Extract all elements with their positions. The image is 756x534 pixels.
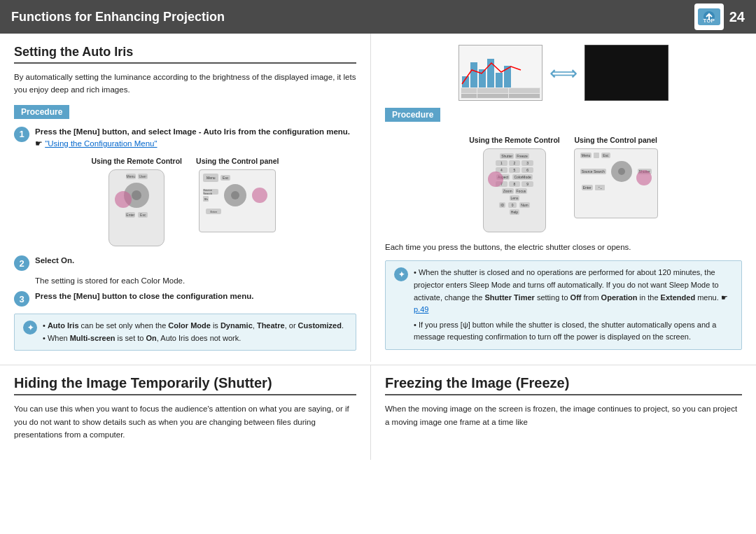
step-3-content: Press the [Menu] button to close the con… (35, 290, 253, 302)
cp-r-dpad (611, 161, 632, 182)
cp-dpad (224, 184, 246, 206)
note-text: • Auto Iris can be set only when the Col… (43, 320, 347, 344)
bottom-right-text: When the moving image on the screen is f… (385, 402, 742, 428)
r2-lens-lbl: Lens (510, 195, 520, 201)
cp-menu-btn: Menu (203, 174, 218, 182)
cp-sh-btn: Sh (203, 196, 209, 202)
procedure-label-right: Procedure (385, 108, 440, 122)
chart-image (458, 45, 542, 101)
user-btn: User (138, 174, 148, 179)
step-2-num: 2 (14, 255, 29, 271)
cp-r-source: Source Search (580, 169, 606, 174)
r2-zoom-lbl: Zoom (502, 188, 514, 194)
r2-n1: 1 (496, 160, 507, 166)
page-header: Functions for Enhancing Projection TOP 2… (0, 0, 756, 34)
r2-id-lbl: ID (499, 202, 505, 208)
step-1-num: 1 (14, 127, 29, 142)
procedure-badge-left: Procedure (14, 105, 356, 126)
procedure-badge-right: Procedure (385, 108, 742, 129)
step-3-num: 3 (14, 291, 29, 307)
cp-r-dpad-c (618, 168, 625, 175)
left-section-title: Setting the Auto Iris (14, 45, 356, 64)
r2-pink-thumb (488, 171, 503, 187)
bottom-right-section: Freezing the Image (Freeze) When the mov… (371, 365, 756, 459)
step-3: 3 Press the [Menu] button to close the c… (14, 290, 356, 307)
cp-r-arrows (594, 153, 599, 158)
right-diagram-row: Using the Remote Control Shutter Freeze … (385, 136, 742, 232)
right-note-text: • When the shutter is closed and no oper… (414, 267, 733, 344)
left-intro-text: By automatically setting the luminance a… (14, 71, 356, 97)
cp-r-menu: Menu (580, 153, 592, 158)
cp-source-btn: Source Search (203, 189, 218, 195)
right-diagram-remote-label: Using the Remote Control (469, 136, 560, 144)
r2-n3: 3 (522, 160, 533, 166)
r2-n6: 6 (522, 167, 533, 173)
step-2-sub: The setting is stored for each Color Mod… (35, 276, 356, 285)
right-note-icon: ✦ (394, 267, 408, 281)
step-1-content: Press the [Menu] button, and select Imag… (35, 126, 356, 150)
diagram-panel-label-left: Using the Control panel (196, 157, 279, 165)
cp-esc-btn: Esc (220, 175, 230, 181)
step-1-link[interactable]: "Using the Configuration Menu" (45, 139, 157, 148)
cp-r-enter: Enter (582, 185, 593, 190)
enter-btn: Enter (125, 212, 135, 218)
bottom-sections: Hiding the Image Temporarily (Shutter) Y… (0, 365, 756, 459)
main-content: Setting the Auto Iris By automatically s… (0, 34, 756, 362)
dpad-center (132, 190, 141, 200)
r2-num-lbl: Num (519, 202, 530, 208)
image-row: ⟺ (385, 45, 742, 101)
black-box (584, 45, 668, 101)
page-number: 24 (729, 9, 745, 25)
r2-n9: 9 (522, 181, 533, 187)
logo-text: TOP (704, 17, 715, 24)
cp-r-pink-thumb (636, 170, 652, 185)
r2-shutter-lbl: Shutter (500, 153, 514, 159)
p49-link[interactable]: p.49 (414, 305, 428, 314)
procedure-label-left: Procedure (14, 105, 69, 119)
double-arrow-icon: ⟺ (550, 62, 578, 85)
cp-pink-thumb (252, 188, 267, 203)
step-1: 1 Press the [Menu] button, and select Im… (14, 126, 356, 150)
cp-dpad-center (231, 191, 239, 199)
diagram-remote-left: Using the Remote Control Menu User Enter… (92, 157, 183, 246)
r2-num-grid: 1 2 3 4 5 6 (496, 160, 533, 173)
diagram-panel-left: Using the Control panel Menu Esc Source … (196, 157, 279, 232)
each-time-text: Each time you press the buttons, the ele… (385, 241, 742, 253)
cp-r-esc: Esc (601, 153, 610, 158)
step-1-diagram-row: Using the Remote Control Menu User Enter… (14, 157, 356, 246)
bottom-left-text: You can use this when you want to focus … (14, 402, 356, 441)
r2-color-lbl: ColorMode (512, 174, 532, 180)
top-logo: TOP (694, 3, 724, 30)
right-diagram-panel: Using the Control panel Menu Esc Source … (574, 136, 658, 218)
remote-control-illustration: Menu User Enter Esc (108, 169, 164, 246)
r2-n2: 2 (509, 160, 521, 166)
header-right: TOP 24 (694, 3, 745, 30)
left-note-box: ✦ • Auto Iris can be set only when the C… (14, 314, 356, 351)
r2-n0: 0 (508, 202, 517, 208)
menu-btn: Menu (126, 174, 136, 179)
step-2-content: Select On. (35, 255, 74, 267)
right-note-box: ✦ • When the shutter is closed and no op… (385, 260, 742, 350)
control-panel-illustration: Menu Esc Source Search Sh (199, 169, 276, 232)
right-remote-control: Shutter Freeze 1 2 3 4 5 6 Aspect ColorM… (483, 148, 546, 232)
bottom-left-section: Hiding the Image Temporarily (Shutter) Y… (0, 365, 371, 459)
right-column: ⟺ Procedure Using the Remote Control Shu… (371, 34, 756, 362)
cp-r-symbol: ⌃⌄ (595, 185, 605, 190)
r2-n8: 8 (509, 181, 521, 187)
note-box-inner: ✦ • Auto Iris can be set only when the C… (23, 320, 347, 344)
esc-btn: Esc (138, 212, 148, 218)
right-control-panel: Menu Esc Source Search Shutter (574, 148, 658, 218)
chart-table (461, 87, 540, 99)
cp-enter-btn: Enter (206, 209, 221, 214)
right-diagram-remote: Using the Remote Control Shutter Freeze … (469, 136, 560, 232)
bottom-left-title: Hiding the Image Temporarily (Shutter) (14, 375, 356, 395)
right-diagram-panel-label: Using the Control panel (575, 136, 657, 144)
header-title: Functions for Enhancing Projection (11, 10, 225, 24)
r2-freeze-lbl: Freeze (515, 153, 529, 159)
r2-n5: 5 (509, 167, 521, 173)
bottom-right-title: Freezing the Image (Freeze) (385, 375, 742, 395)
note-icon: ✦ (23, 321, 37, 335)
top-logo-inner: TOP (698, 8, 720, 25)
r2-help-lbl: Help (510, 209, 519, 215)
left-column: Setting the Auto Iris By automatically s… (0, 34, 371, 362)
